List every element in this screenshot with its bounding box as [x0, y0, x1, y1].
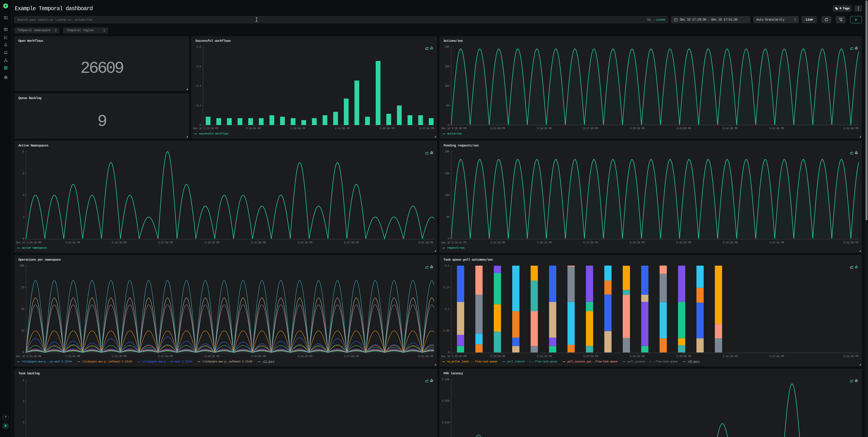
svg-text:100: 100 — [20, 264, 24, 268]
svg-text:0.6: 0.6 — [196, 65, 201, 68]
svg-text:5:37:00 PM: 5:37:00 PM — [583, 127, 598, 130]
svg-text:5:42:00 PM: 5:42:00 PM — [251, 355, 266, 358]
svg-text:5:47:00 PM: 5:47:00 PM — [344, 355, 359, 358]
svg-text:50: 50 — [446, 104, 450, 107]
svg-text:5:39:30 PM: 5:39:30 PM — [205, 241, 219, 244]
svg-text:0: 0 — [199, 124, 201, 127]
svg-text:5:44:30 PM: 5:44:30 PM — [723, 355, 738, 358]
svg-text:Dec 16 5:29:30 PM: Dec 16 5:29:30 PM — [441, 355, 466, 358]
svg-text:0: 0 — [22, 351, 24, 354]
svg-text:5:44:30 PM: 5:44:30 PM — [723, 241, 738, 244]
svg-text:4: 4 — [22, 379, 24, 382]
svg-text:3: 3 — [22, 400, 24, 403]
svg-text:10K: 10K — [445, 194, 450, 197]
svg-text:5:44:30 PM: 5:44:30 PM — [723, 127, 738, 130]
svg-text:5:38:00 PM: 5:38:00 PM — [290, 127, 305, 130]
svg-text:25: 25 — [21, 330, 24, 333]
svg-text:5:42:00 PM: 5:42:00 PM — [676, 241, 691, 244]
svg-text:0: 0 — [447, 124, 449, 127]
svg-text:5:42:00 PM: 5:42:00 PM — [335, 127, 350, 130]
svg-text:8: 8 — [22, 150, 24, 153]
svg-text:5:34:30 PM: 5:34:30 PM — [537, 241, 552, 244]
svg-text:Dec 16 5:29:30 PM: Dec 16 5:29:30 PM — [441, 241, 466, 244]
svg-text:0.4: 0.4 — [196, 85, 201, 88]
svg-text:150: 150 — [445, 65, 449, 68]
svg-text:5:37:00 PM: 5:37:00 PM — [583, 241, 598, 244]
svg-text:2: 2 — [22, 421, 24, 424]
svg-text:50: 50 — [21, 308, 24, 311]
svg-text:0.038: 0.038 — [442, 378, 449, 381]
svg-text:75: 75 — [21, 286, 24, 289]
svg-text:100: 100 — [445, 85, 449, 88]
svg-text:5:37:00 PM: 5:37:00 PM — [158, 241, 173, 244]
svg-text:5:42:00 PM: 5:42:00 PM — [251, 241, 266, 244]
svg-text:0.05: 0.05 — [443, 330, 450, 333]
svg-text:5:42:00 PM: 5:42:00 PM — [676, 127, 691, 130]
svg-text:5:51:00 PM: 5:51:00 PM — [843, 355, 858, 358]
svg-text:5:32:00 PM: 5:32:00 PM — [65, 241, 80, 244]
svg-text:Dec 16 5:29:30 PM: Dec 16 5:29:30 PM — [16, 355, 41, 358]
svg-text:5:51:00 PM: 5:51:00 PM — [419, 127, 434, 130]
svg-text:0.1: 0.1 — [445, 308, 449, 311]
svg-text:Dec 16 5:29:30 PM: Dec 16 5:29:30 PM — [16, 241, 41, 244]
svg-text:5:39:30 PM: 5:39:30 PM — [630, 241, 645, 244]
svg-text:5:47:00 PM: 5:47:00 PM — [769, 127, 784, 130]
svg-text:5:34:30 PM: 5:34:30 PM — [537, 127, 552, 130]
svg-text:5:37:00 PM: 5:37:00 PM — [158, 355, 173, 358]
svg-text:5:42:00 PM: 5:42:00 PM — [676, 355, 691, 358]
svg-text:5:47:00 PM: 5:47:00 PM — [769, 241, 784, 244]
svg-text:6: 6 — [22, 172, 24, 175]
svg-text:5:34:00 PM: 5:34:00 PM — [246, 127, 260, 130]
svg-text:5:39:30 PM: 5:39:30 PM — [630, 355, 645, 358]
svg-text:5:32:00 PM: 5:32:00 PM — [490, 241, 505, 244]
svg-text:5:47:00 PM: 5:47:00 PM — [769, 355, 784, 358]
svg-text:0.029: 0.029 — [442, 400, 449, 403]
svg-text:5:37:00 PM: 5:37:00 PM — [583, 355, 598, 358]
svg-text:5:32:00 PM: 5:32:00 PM — [490, 127, 505, 130]
svg-text:4: 4 — [22, 194, 24, 197]
svg-text:5:51:00 PM: 5:51:00 PM — [418, 355, 433, 358]
svg-text:0: 0 — [447, 351, 449, 354]
svg-text:0: 0 — [22, 238, 24, 241]
svg-text:5:44:30 PM: 5:44:30 PM — [298, 355, 312, 358]
svg-text:5:51:00 PM: 5:51:00 PM — [418, 241, 433, 244]
svg-text:0.2: 0.2 — [445, 264, 449, 268]
svg-text:20K: 20K — [445, 150, 450, 153]
svg-text:5:32:00 PM: 5:32:00 PM — [65, 355, 80, 358]
svg-text:5:47:00 PM: 5:47:00 PM — [344, 241, 359, 244]
svg-text:5:51:00 PM: 5:51:00 PM — [843, 241, 858, 244]
svg-text:0.8: 0.8 — [196, 45, 201, 49]
svg-text:5:34:30 PM: 5:34:30 PM — [112, 241, 127, 244]
svg-text:5:39:30 PM: 5:39:30 PM — [630, 127, 645, 130]
svg-text:200: 200 — [445, 45, 449, 49]
svg-text:5:51:00 PM: 5:51:00 PM — [843, 127, 858, 130]
svg-text:0.019: 0.019 — [442, 421, 449, 424]
svg-text:15K: 15K — [445, 172, 450, 175]
svg-text:5:32:00 PM: 5:32:00 PM — [490, 355, 505, 358]
svg-text:0.2: 0.2 — [196, 104, 201, 107]
svg-text:5:46:00 PM: 5:46:00 PM — [379, 127, 395, 130]
svg-text:5:44:30 PM: 5:44:30 PM — [298, 241, 312, 244]
svg-text:2: 2 — [22, 216, 24, 219]
svg-text:5:39:30 PM: 5:39:30 PM — [205, 355, 219, 358]
svg-text:5:34:30 PM: 5:34:30 PM — [112, 355, 127, 358]
svg-text:0: 0 — [447, 238, 449, 241]
svg-text:Dec 16 5:29:30 PM: Dec 16 5:29:30 PM — [441, 127, 466, 130]
svg-text:Dec 16 5:29:30 PM: Dec 16 5:29:30 PM — [193, 127, 218, 130]
svg-text:5K: 5K — [446, 216, 450, 219]
svg-text:0.15: 0.15 — [443, 286, 450, 289]
svg-text:5:34:30 PM: 5:34:30 PM — [537, 355, 552, 358]
